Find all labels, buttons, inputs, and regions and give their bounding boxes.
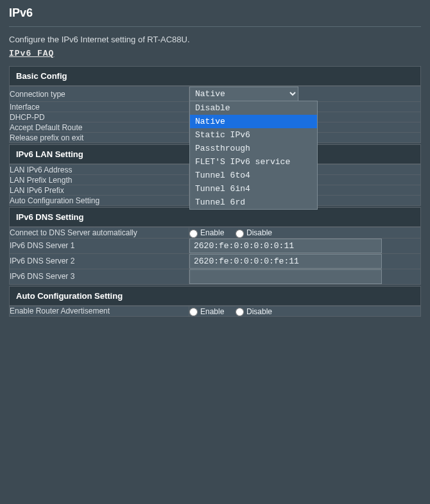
row-dns2: IPv6 DNS Server 2 xyxy=(10,253,421,269)
row-dns1: IPv6 DNS Server 1 xyxy=(10,238,421,253)
label-auto-dns: Connect to DNS Server automatically xyxy=(10,228,189,238)
label-lan-ipv6-prefix: LAN IPv6 Prefix xyxy=(10,185,189,196)
row-router-adv: Enable Router Advertisement Enable Disab… xyxy=(10,306,421,316)
radio-ra-disable[interactable] xyxy=(236,308,244,316)
option-disable[interactable]: Disable xyxy=(190,101,317,115)
label-dns2: IPv6 DNS Server 2 xyxy=(10,253,189,269)
label-auto-conf: Auto Configuration Setting xyxy=(10,196,189,206)
row-auto-dns: Connect to DNS Server automatically Enab… xyxy=(10,228,421,238)
label-dns3: IPv6 DNS Server 3 xyxy=(10,269,189,284)
divider xyxy=(9,26,421,27)
radio-ra-enable[interactable] xyxy=(189,308,198,316)
connection-type-dropdown: Disable Native Static IPv6 Passthrough F… xyxy=(189,101,318,210)
option-passthrough[interactable]: Passthrough xyxy=(190,142,317,155)
section-header-basic: Basic Config xyxy=(9,66,421,86)
label-lan-prefix-len: LAN Prefix Length xyxy=(10,175,189,185)
option-static-ipv6[interactable]: Static IPv6 xyxy=(190,128,317,142)
option-6in4[interactable]: Tunnel 6in4 xyxy=(190,182,317,196)
row-connection-type: Connection type Native Disable Native St… xyxy=(10,87,421,102)
label-dns1: IPv6 DNS Server 1 xyxy=(10,238,189,253)
radio-dns-enable[interactable] xyxy=(189,230,198,238)
label-router-adv: Enable Router Advertisement xyxy=(10,306,189,316)
radio-ra-disable-label[interactable]: Disable xyxy=(236,307,272,316)
option-6rd[interactable]: Tunnel 6rd xyxy=(190,196,317,209)
radio-dns-enable-label[interactable]: Enable xyxy=(189,228,224,237)
row-dns3: IPv6 DNS Server 3 xyxy=(10,269,421,284)
label-dhcp-pd: DHCP-PD xyxy=(10,112,189,122)
autoconf-table: Enable Router Advertisement Enable Disab… xyxy=(9,306,421,317)
radio-dns-disable[interactable] xyxy=(236,230,244,238)
connection-type-select[interactable]: Native xyxy=(189,87,298,101)
option-flets[interactable]: FLET'S IPv6 service xyxy=(190,155,317,169)
ipv6-faq-link[interactable]: IPv6 FAQ xyxy=(9,49,54,58)
option-native[interactable]: Native xyxy=(190,115,317,128)
radio-ra-enable-label[interactable]: Enable xyxy=(189,307,224,316)
section-header-autoconf: Auto Configuration Setting xyxy=(9,286,421,306)
radio-dns-disable-label[interactable]: Disable xyxy=(236,228,272,237)
dns2-input[interactable] xyxy=(189,254,382,269)
label-accept-default-route: Accept Default Route xyxy=(10,122,189,133)
section-header-dns: IPv6 DNS Setting xyxy=(9,207,421,227)
page-intro: Configure the IPv6 Internet setting of R… xyxy=(9,35,421,44)
dns-setting-table: Connect to DNS Server automatically Enab… xyxy=(9,227,421,284)
label-release-prefix: Release prefix on exit xyxy=(10,133,189,143)
label-connection-type: Connection type xyxy=(10,87,189,102)
page-title: IPv6 xyxy=(9,6,421,20)
option-6to4[interactable]: Tunnel 6to4 xyxy=(190,169,317,182)
label-interface: Interface xyxy=(10,102,189,112)
label-lan-ipv6-addr: LAN IPv6 Address xyxy=(10,165,189,175)
basic-config-table: Connection type Native Disable Native St… xyxy=(9,86,421,143)
dns3-input[interactable] xyxy=(189,269,382,284)
dns1-input[interactable] xyxy=(189,239,382,253)
